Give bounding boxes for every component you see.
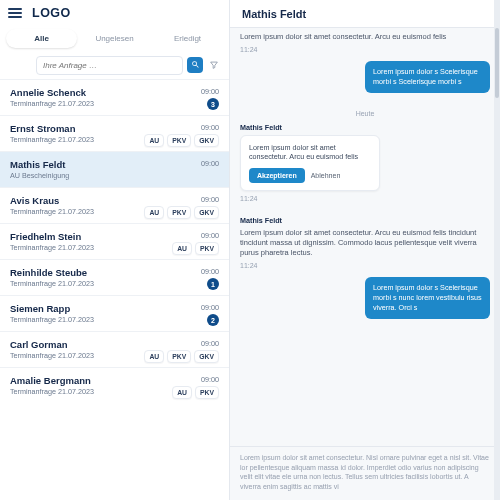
item-time: 09:00 xyxy=(201,303,219,312)
item-time: 09:00 xyxy=(201,159,219,168)
item-subtitle: Terminanfrage 21.07.2023 xyxy=(10,315,219,324)
unread-badge: 3 xyxy=(207,98,219,110)
tab-unread[interactable]: Ungelesen xyxy=(79,29,150,48)
item-right: 3 xyxy=(207,98,219,110)
tag-chip: PKV xyxy=(167,134,191,147)
message-time: 11:24 xyxy=(240,262,490,269)
search-input-wrap xyxy=(36,54,183,75)
outgoing-message: Lorem ipsum dolor s Scelerisque morbi s … xyxy=(365,61,490,92)
conversation-title: Mathis Feldt xyxy=(230,0,500,28)
conversation-panel: Mathis Feldt Lorem ipsum dolor sit amet … xyxy=(230,0,500,500)
tag-chip: PKV xyxy=(195,386,219,399)
scrollbar-thumb[interactable] xyxy=(495,28,499,98)
unread-badge: 1 xyxy=(207,278,219,290)
item-time: 09:00 xyxy=(201,87,219,96)
tag-chip: GKV xyxy=(194,350,219,363)
list-item[interactable]: Reinhilde SteubeTerminanfrage 21.07.2023… xyxy=(0,259,229,295)
item-right: AUPKV xyxy=(172,386,219,399)
item-right: 2 xyxy=(207,314,219,326)
list-item[interactable]: Amalie BergmannTerminanfrage 21.07.20230… xyxy=(0,367,229,403)
tab-done[interactable]: Erledigt xyxy=(152,29,223,48)
card-text: Lorem ipsum dolor sit amet consectetur. … xyxy=(249,143,371,162)
item-name: Annelie Schenck xyxy=(10,87,219,98)
chat-area: Lorem ipsum dolor sit amet consectetur. … xyxy=(230,28,500,446)
outgoing-message: Lorem ipsum dolor s Scelerisque morbi s … xyxy=(365,277,490,318)
item-subtitle: Terminanfrage 21.07.2023 xyxy=(10,99,219,108)
list-item[interactable]: Siemen RappTerminanfrage 21.07.202309:00… xyxy=(0,295,229,331)
item-right: AUPKV xyxy=(172,242,219,255)
logo: LOGO xyxy=(32,6,71,20)
message-text: Lorem ipsum dolor sit amet consectetur. … xyxy=(240,228,490,258)
item-time: 09:00 xyxy=(201,267,219,276)
item-subtitle: AU Bescheinigung xyxy=(10,171,219,180)
item-name: Siemen Rapp xyxy=(10,303,219,314)
item-name: Ernst Stroman xyxy=(10,123,219,134)
list-item[interactable]: Mathis FeldtAU Bescheinigung09:00 xyxy=(0,151,229,187)
item-name: Carl Gorman xyxy=(10,339,219,350)
menu-icon[interactable] xyxy=(8,8,22,18)
scrollbar-track[interactable] xyxy=(494,0,500,500)
sidebar: LOGO Alle Ungelesen Erledigt Annelie Sch… xyxy=(0,0,230,500)
item-name: Friedhelm Stein xyxy=(10,231,219,242)
item-name: Avis Kraus xyxy=(10,195,219,206)
message-time: 11:24 xyxy=(240,46,490,53)
footer-note: Lorem ipsum dolor sit amet consectetur. … xyxy=(230,446,500,500)
request-card: Lorem ipsum dolor sit amet consectetur. … xyxy=(240,135,380,191)
list-item[interactable]: Carl GormanTerminanfrage 21.07.202309:00… xyxy=(0,331,229,367)
tag-chip: AU xyxy=(144,350,164,363)
item-right: AUPKVGKV xyxy=(144,350,219,363)
tab-all[interactable]: Alle xyxy=(6,29,77,48)
decline-button[interactable]: Ablehnen xyxy=(311,172,341,179)
sender-name: Mathis Feldt xyxy=(240,123,490,132)
tag-chip: AU xyxy=(172,386,192,399)
filter-button[interactable] xyxy=(207,58,221,72)
tag-chip: PKV xyxy=(195,242,219,255)
inbox-tabs: Alle Ungelesen Erledigt xyxy=(0,26,229,48)
accept-button[interactable]: Akzeptieren xyxy=(249,168,305,183)
message-time: 11:24 xyxy=(240,195,490,202)
date-divider: Heute xyxy=(240,110,490,117)
item-time: 09:00 xyxy=(201,375,219,384)
item-time: 09:00 xyxy=(201,123,219,132)
tag-chip: AU xyxy=(172,242,192,255)
search-input[interactable] xyxy=(36,56,183,75)
item-name: Amalie Bergmann xyxy=(10,375,219,386)
list-item[interactable]: Friedhelm SteinTerminanfrage 21.07.20230… xyxy=(0,223,229,259)
unread-badge: 2 xyxy=(207,314,219,326)
tag-chip: AU xyxy=(144,206,164,219)
filter-icon xyxy=(209,60,219,70)
tag-chip: PKV xyxy=(167,206,191,219)
tag-chip: GKV xyxy=(194,134,219,147)
tag-chip: AU xyxy=(144,134,164,147)
item-name: Mathis Feldt xyxy=(10,159,219,170)
message-text: Lorem ipsum dolor sit amet consectetur. … xyxy=(240,32,490,42)
outgoing-time xyxy=(240,95,490,102)
item-time: 09:00 xyxy=(201,231,219,240)
item-right: 1 xyxy=(207,278,219,290)
search-button[interactable] xyxy=(187,57,203,73)
list-item[interactable]: Annelie SchenckTerminanfrage 21.07.20230… xyxy=(0,79,229,115)
tag-chip: PKV xyxy=(167,350,191,363)
tag-chip: GKV xyxy=(194,206,219,219)
item-time: 09:00 xyxy=(201,195,219,204)
list-item[interactable]: Ernst StromanTerminanfrage 21.07.202309:… xyxy=(0,115,229,151)
item-time: 09:00 xyxy=(201,339,219,348)
item-right: AUPKVGKV xyxy=(144,206,219,219)
item-subtitle: Terminanfrage 21.07.2023 xyxy=(10,279,219,288)
inbox-list: Annelie SchenckTerminanfrage 21.07.20230… xyxy=(0,79,229,500)
item-right: AUPKVGKV xyxy=(144,134,219,147)
item-name: Reinhilde Steube xyxy=(10,267,219,278)
list-item[interactable]: Avis KrausTerminanfrage 21.07.202309:00A… xyxy=(0,187,229,223)
search-icon xyxy=(191,60,200,69)
sender-name: Mathis Feldt xyxy=(240,216,490,225)
